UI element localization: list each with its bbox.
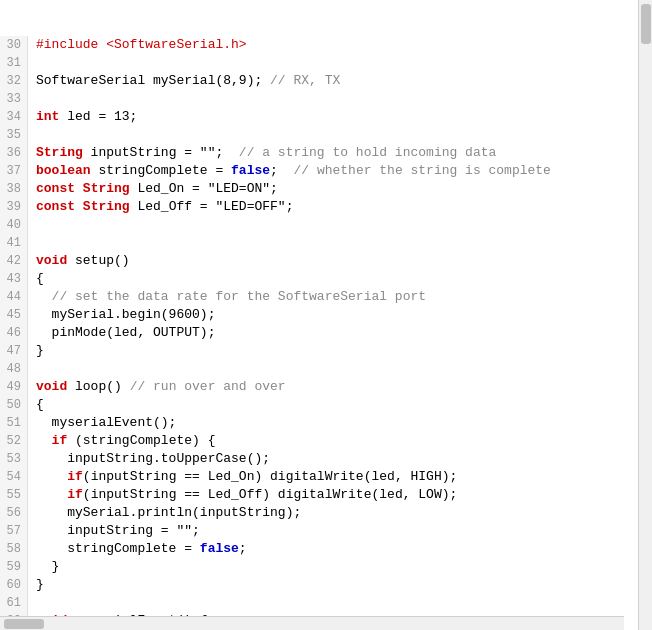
token: String xyxy=(83,181,130,196)
horizontal-scrollbar[interactable] xyxy=(0,616,624,630)
line: 43{ xyxy=(0,270,638,288)
token: false xyxy=(200,541,239,556)
line: 54 if(inputString == Led_On) digitalWrit… xyxy=(0,468,638,486)
line-number: 38 xyxy=(0,180,28,198)
line-code xyxy=(28,54,638,72)
token xyxy=(36,469,67,484)
line-number: 30 xyxy=(0,36,28,54)
line-number: 54 xyxy=(0,468,28,486)
token xyxy=(36,433,52,448)
line-code xyxy=(28,126,638,144)
line: 34int led = 13; xyxy=(0,108,638,126)
token: mySerial.begin(9600); xyxy=(36,307,215,322)
line-number: 50 xyxy=(0,396,28,414)
token: (stringComplete) { xyxy=(67,433,215,448)
line-number: 47 xyxy=(0,342,28,360)
line-number: 43 xyxy=(0,270,28,288)
token: } xyxy=(36,577,44,592)
token: (inputString == Led_On) digitalWrite(led… xyxy=(83,469,457,484)
line-code: if(inputString == Led_On) digitalWrite(l… xyxy=(28,468,638,486)
line: 48 xyxy=(0,360,638,378)
token: const xyxy=(36,181,75,196)
horizontal-scrollbar-thumb[interactable] xyxy=(4,619,44,629)
line-number: 32 xyxy=(0,72,28,90)
line: 40 xyxy=(0,216,638,234)
token: stringComplete = xyxy=(91,163,231,178)
line: 53 inputString.toUpperCase(); xyxy=(0,450,638,468)
line-number: 42 xyxy=(0,252,28,270)
token: Led_Off = "LED=OFF"; xyxy=(130,199,294,214)
vertical-scrollbar-thumb[interactable] xyxy=(641,4,651,44)
line-code: boolean stringComplete = false; // wheth… xyxy=(28,162,638,180)
token xyxy=(36,289,52,304)
line: 51 myserialEvent(); xyxy=(0,414,638,432)
token: // a string to hold incoming data xyxy=(231,145,496,160)
line-code: myserialEvent(); xyxy=(28,414,638,432)
token: void xyxy=(36,379,67,394)
token: if xyxy=(67,469,83,484)
line-number: 49 xyxy=(0,378,28,396)
line-number: 52 xyxy=(0,432,28,450)
line: 59 } xyxy=(0,558,638,576)
token: setup() xyxy=(67,253,129,268)
line-code: inputString.toUpperCase(); xyxy=(28,450,638,468)
token: false xyxy=(231,163,270,178)
line-number: 55 xyxy=(0,486,28,504)
vertical-scrollbar[interactable] xyxy=(638,0,652,630)
code-area[interactable]: 30#include <SoftwareSerial.h>31 32Softwa… xyxy=(0,0,638,630)
line-code: if (stringComplete) { xyxy=(28,432,638,450)
token: mySerial.println(inputString); xyxy=(36,505,301,520)
line: 37boolean stringComplete = false; // whe… xyxy=(0,162,638,180)
token: } xyxy=(36,559,59,574)
line: 39const String Led_Off = "LED=OFF"; xyxy=(0,198,638,216)
line: 38const String Led_On = "LED=ON"; xyxy=(0,180,638,198)
token: // run over and over xyxy=(130,379,286,394)
token: // whether the string is complete xyxy=(286,163,551,178)
token: SoftwareSerial mySerial(8,9); xyxy=(36,73,270,88)
line: 30#include <SoftwareSerial.h> xyxy=(0,36,638,54)
line-number: 56 xyxy=(0,504,28,522)
line: 49void loop() // run over and over xyxy=(0,378,638,396)
line: 46 pinMode(led, OUTPUT); xyxy=(0,324,638,342)
line-number: 57 xyxy=(0,522,28,540)
line-number: 35 xyxy=(0,126,28,144)
line: 56 mySerial.println(inputString); xyxy=(0,504,638,522)
token: { xyxy=(36,271,44,286)
line-code: SoftwareSerial mySerial(8,9); // RX, TX xyxy=(28,72,638,90)
token: (inputString == Led_Off) digitalWrite(le… xyxy=(83,487,457,502)
line: 44 // set the data rate for the Software… xyxy=(0,288,638,306)
line: 45 mySerial.begin(9600); xyxy=(0,306,638,324)
line-number: 48 xyxy=(0,360,28,378)
line-code: { xyxy=(28,270,638,288)
line-number: 58 xyxy=(0,540,28,558)
token: const xyxy=(36,199,75,214)
token: Led_On = "LED=ON"; xyxy=(130,181,278,196)
line-number: 61 xyxy=(0,594,28,612)
line: 52 if (stringComplete) { xyxy=(0,432,638,450)
token: pinMode(led, OUTPUT); xyxy=(36,325,215,340)
line-code xyxy=(28,90,638,108)
token: void xyxy=(36,253,67,268)
line: 32SoftwareSerial mySerial(8,9); // RX, T… xyxy=(0,72,638,90)
line-code: void loop() // run over and over xyxy=(28,378,638,396)
line-code: pinMode(led, OUTPUT); xyxy=(28,324,638,342)
line-number: 46 xyxy=(0,324,28,342)
token xyxy=(75,181,83,196)
line-code: int led = 13; xyxy=(28,108,638,126)
editor-window: 30#include <SoftwareSerial.h>31 32Softwa… xyxy=(0,0,652,630)
line-code: } xyxy=(28,576,638,594)
token: inputString.toUpperCase(); xyxy=(36,451,270,466)
line-number: 60 xyxy=(0,576,28,594)
token: stringComplete = xyxy=(36,541,200,556)
token: if xyxy=(67,487,83,502)
line: 58 stringComplete = false; xyxy=(0,540,638,558)
token: String xyxy=(83,199,130,214)
token: ; xyxy=(239,541,247,556)
token: ; xyxy=(270,163,286,178)
token: // RX, TX xyxy=(270,73,340,88)
line-number: 45 xyxy=(0,306,28,324)
line-number: 39 xyxy=(0,198,28,216)
line-code: mySerial.begin(9600); xyxy=(28,306,638,324)
token: // set the data rate for the SoftwareSer… xyxy=(52,289,426,304)
line: 35 xyxy=(0,126,638,144)
